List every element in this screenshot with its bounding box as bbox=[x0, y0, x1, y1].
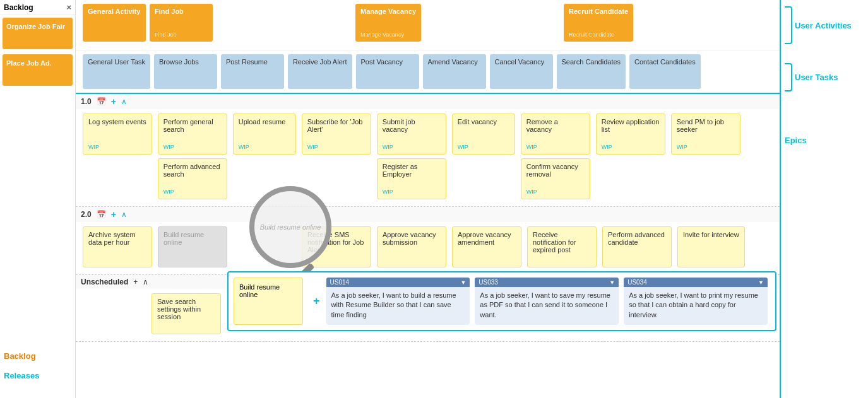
sprint-2-section: 2.0 📅 + ∧ Archive system data per hour B… bbox=[76, 207, 780, 275]
task-7[interactable]: Search Candidates bbox=[557, 54, 626, 89]
main-board: General Activity Find Job Find Job Manag… bbox=[76, 0, 780, 398]
epic-label-4: Manage Vacancy bbox=[360, 8, 416, 15]
backlog-item-0[interactable]: Organize Job Fair bbox=[3, 18, 73, 49]
story-0-id: US014 bbox=[330, 279, 350, 286]
story-submit-vacancy[interactable]: Submit job vacancy WIP bbox=[377, 114, 446, 155]
backlog-item-1[interactable]: Place Job Ad. bbox=[3, 54, 73, 86]
story-confirm-vacancy[interactable]: Confirm vacancy removal WIP bbox=[521, 158, 590, 199]
sprint-2-cards: Archive system data per hour Build resum… bbox=[76, 222, 780, 274]
sprint-1-header: 1.0 📅 + ∧ bbox=[76, 94, 780, 109]
sprint-1-number: 1.0 bbox=[81, 97, 92, 106]
story-remove-vacancy[interactable]: Remove a vacancy WIP bbox=[521, 114, 590, 155]
releases-label: Releases bbox=[0, 366, 75, 385]
task-3[interactable]: Receive Job Alert bbox=[288, 54, 352, 89]
story-0-dropdown[interactable]: ▼ bbox=[460, 279, 466, 286]
story-register-employer[interactable]: Register as Employer WIP bbox=[377, 158, 446, 199]
task-2[interactable]: Post Resume bbox=[221, 54, 284, 89]
story-approve-amendment[interactable]: Approve vacancy amendment bbox=[452, 226, 521, 267]
task-0[interactable]: General User Task bbox=[83, 54, 150, 89]
epic-find-job[interactable]: Find Job Find Job bbox=[150, 4, 213, 42]
story-archive-system[interactable]: Archive system data per hour bbox=[83, 226, 152, 267]
story-1-header: US033 ▼ bbox=[475, 278, 619, 287]
epics-section: Epics bbox=[785, 136, 864, 145]
story-2-dropdown[interactable]: ▼ bbox=[758, 279, 764, 286]
calendar-icon-1: 📅 bbox=[97, 97, 106, 106]
sprint-2-header: 2.0 📅 + ∧ bbox=[76, 207, 780, 222]
epic-manage-vacancy[interactable]: Manage Vacancy Manage Vacancy bbox=[355, 4, 421, 42]
story-approve-submission[interactable]: Approve vacancy submission bbox=[377, 226, 446, 267]
sprint-1-caret[interactable]: ∧ bbox=[121, 97, 127, 106]
sprint-2-add[interactable]: + bbox=[111, 209, 116, 219]
epic-label-0: General Activity bbox=[88, 8, 141, 15]
story-2-text: As a job seeker, I want to print my resu… bbox=[629, 291, 763, 320]
epic-sublabel-4: Manage Vacancy bbox=[360, 32, 416, 38]
popup-story-1[interactable]: US033 ▼ As a job seeker, I want to save … bbox=[475, 278, 619, 325]
unscheduled-label: Unscheduled bbox=[81, 278, 128, 286]
calendar-icon-2: 📅 bbox=[97, 210, 106, 219]
story-log-system[interactable]: Log system events WIP bbox=[83, 114, 152, 155]
story-invite-interview[interactable]: Invite for interview bbox=[677, 226, 745, 267]
story-sms-notification[interactable]: Receive SMS notification for Job Alert bbox=[302, 226, 371, 267]
tasks-row: General User Task Browse Jobs Post Resum… bbox=[76, 50, 780, 94]
story-advanced-search[interactable]: Perform advanced search WIP bbox=[158, 158, 227, 199]
story-subscribe-job-alert[interactable]: Subscribe for 'Job Alert' WIP bbox=[302, 114, 371, 155]
epic-label-1: Find Job bbox=[155, 8, 208, 15]
task-6[interactable]: Cancel Vacancy bbox=[490, 54, 553, 89]
sprint-1-section: 1.0 📅 + ∧ Log system events WIP Perform … bbox=[76, 94, 780, 207]
user-activities-section: User Activities bbox=[785, 6, 864, 44]
epic-label-7: Recruit Candidate bbox=[569, 8, 628, 15]
backlog-sidebar: Backlog × Organize Job Fair Place Job Ad… bbox=[0, 0, 76, 398]
popup-story-2[interactable]: US034 ▼ As a job seeker, I want to print… bbox=[624, 278, 768, 325]
sprint-1-add[interactable]: + bbox=[111, 97, 116, 107]
brace-activities bbox=[785, 6, 792, 44]
user-activities-label: User Activities bbox=[795, 21, 857, 30]
story-2-header: US034 ▼ bbox=[624, 278, 768, 287]
epic-general-activity[interactable]: General Activity bbox=[83, 4, 146, 42]
task-5[interactable]: Amend Vacancy bbox=[423, 54, 486, 89]
close-icon[interactable]: × bbox=[66, 3, 71, 12]
story-review-app-list[interactable]: Review application list WIP bbox=[596, 114, 665, 155]
popup-card-text: Build resume online bbox=[239, 283, 280, 298]
epics-label: Epics bbox=[785, 136, 812, 145]
backlog-title: Backlog bbox=[4, 3, 33, 12]
sprint-2-caret[interactable]: ∧ bbox=[121, 210, 127, 219]
task-1[interactable]: Browse Jobs bbox=[154, 54, 217, 89]
story-0-text: As a job seeker, I want to build a resum… bbox=[331, 291, 465, 320]
unscheduled-add[interactable]: + bbox=[133, 278, 138, 286]
right-panel: User Activities User Tasks Epics bbox=[780, 0, 868, 398]
epic-sublabel-1: Find Job bbox=[155, 32, 208, 38]
popup-plus-icon[interactable]: + bbox=[309, 278, 324, 325]
popup-overlay: Build resume online + US014 ▼ As a job s… bbox=[227, 271, 776, 331]
story-1-text: As a job seeker, I want to save my resum… bbox=[480, 291, 614, 320]
story-receive-notification[interactable]: Receive notification for expired post bbox=[527, 226, 597, 267]
task-8[interactable]: Contact Candidates bbox=[629, 54, 701, 89]
story-edit-vacancy[interactable]: Edit vacancy WIP bbox=[452, 114, 515, 155]
user-tasks-section: User Tasks bbox=[785, 63, 864, 91]
story-save-search[interactable]: Save search settings within session bbox=[152, 293, 221, 334]
story-advanced-candidate[interactable]: Perform advanced candidate bbox=[602, 226, 672, 267]
task-4[interactable]: Post Vacancy bbox=[356, 54, 419, 89]
sprint-1-cards: Log system events WIP Perform general se… bbox=[76, 109, 780, 206]
popup-main-card[interactable]: Build resume online bbox=[234, 278, 303, 325]
story-0-header: US014 ▼ bbox=[326, 278, 470, 287]
story-build-resume-sprint2[interactable]: Build resume online bbox=[158, 226, 227, 267]
story-1-id: US033 bbox=[479, 279, 498, 286]
backlog-header: Backlog × bbox=[0, 0, 75, 15]
story-2-id: US034 bbox=[627, 279, 647, 286]
brace-tasks bbox=[785, 63, 792, 91]
story-general-search[interactable]: Perform general search WIP bbox=[158, 114, 227, 155]
sprint-2-number: 2.0 bbox=[81, 210, 92, 219]
story-upload-resume[interactable]: Upload resume WIP bbox=[233, 114, 296, 155]
popup-story-0[interactable]: US014 ▼ As a job seeker, I want to build… bbox=[326, 278, 470, 325]
unscheduled-caret[interactable]: ∧ bbox=[143, 278, 148, 286]
backlog-label: Backlog bbox=[0, 346, 75, 366]
epic-recruit-candidate[interactable]: Recruit Candidate Recruit Candidate bbox=[564, 4, 633, 42]
epics-row: General Activity Find Job Find Job Manag… bbox=[76, 0, 780, 50]
story-send-pm[interactable]: Send PM to job seeker WIP bbox=[671, 114, 740, 155]
story-1-dropdown[interactable]: ▼ bbox=[609, 279, 615, 286]
epic-sublabel-7: Recruit Candidate bbox=[569, 32, 628, 38]
user-tasks-label: User Tasks bbox=[795, 73, 843, 82]
